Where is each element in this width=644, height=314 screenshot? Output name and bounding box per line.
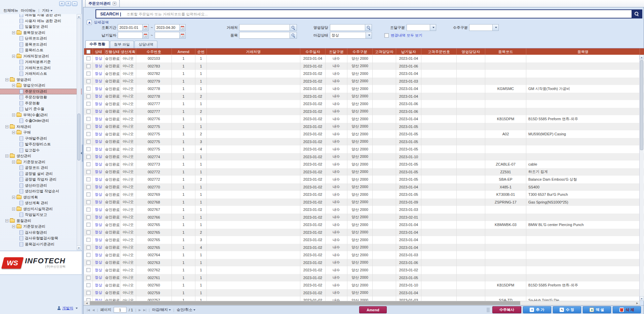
tree-item[interactable]: 작업일지보고: [0, 212, 82, 218]
order-class-select[interactable]: [469, 24, 499, 31]
row-checkbox[interactable]: [86, 132, 90, 136]
row-checkbox[interactable]: [86, 147, 90, 151]
tree-item[interactable]: 공정코드 관리: [0, 165, 82, 171]
grid-hscrollbar-thumb[interactable]: [90, 301, 520, 305]
delete-button[interactable]: 삭 제: [613, 306, 641, 313]
calendar-button[interactable]: [179, 25, 185, 31]
table-row[interactable]: 정상승인완료아니오002778112023-01-02내수양산 20002023…: [84, 85, 644, 93]
row-checkbox[interactable]: [86, 125, 90, 129]
table-row[interactable]: 정상승인완료아니오002764112023-01-02내수양산 20002023…: [84, 251, 644, 259]
tree-item[interactable]: 생산라인별 작업순서: [0, 188, 82, 194]
tree-item[interactable]: 영업오더관리: [0, 83, 82, 89]
expand-all-button[interactable]: +: [66, 1, 71, 6]
table-row[interactable]: 정상승인완료아니오002772122023-01-02내수양산 20002023…: [84, 176, 644, 183]
grid-vertical-scrollbar[interactable]: ▲ ▼: [639, 55, 644, 301]
due-to-input[interactable]: [155, 32, 179, 38]
tree-collapse-icon[interactable]: [12, 161, 15, 164]
row-checkbox[interactable]: [86, 208, 90, 212]
tree-item[interactable]: 거래처리스트: [0, 71, 82, 77]
tree-item[interactable]: 공정별 설비 관리: [0, 171, 82, 177]
row-checkbox[interactable]: [86, 253, 90, 257]
customer-lookup-button[interactable]: [290, 25, 297, 31]
detail-search-toggle[interactable]: [87, 20, 92, 25]
item-input[interactable]: [239, 32, 290, 38]
tree-collapse-icon[interactable]: [5, 125, 8, 128]
sales-input[interactable]: [330, 25, 365, 31]
prev-page-button[interactable]: ◀: [92, 308, 94, 312]
column-header[interactable]: Amend: [172, 48, 195, 55]
tree-item[interactable]: 거래처분류기준: [0, 59, 82, 65]
grid-horizontal-scrollbar[interactable]: ◀ ▶: [84, 301, 640, 305]
row-checkbox[interactable]: [86, 283, 90, 287]
column-header[interactable]: 납기일자: [396, 48, 421, 55]
content-tab[interactable]: 첨부 파일: [110, 41, 134, 48]
row-checkbox[interactable]: [86, 223, 90, 227]
tree-item[interactable]: 주문오더관리: [0, 89, 82, 95]
menu-etc[interactable]: 기타: [42, 8, 52, 13]
table-row[interactable]: 정상승인완료아니오002759112023-01-02내수양산 20002023…: [84, 289, 644, 297]
tree-item[interactable]: 거래처코드관리: [0, 65, 82, 71]
table-row[interactable]: 정상승인완료아니오002767112023-01-02내수양산 20002023…: [84, 206, 644, 214]
tree-item[interactable]: 검사유형별검사항목: [0, 235, 82, 241]
tree-item[interactable]: 자재관리: [0, 124, 82, 130]
tree-collapse-icon[interactable]: [12, 131, 15, 134]
row-checkbox[interactable]: [86, 87, 90, 91]
row-checkbox[interactable]: [86, 109, 90, 114]
tree-item[interactable]: 발주잔량리스트: [0, 141, 82, 147]
tree-item[interactable]: 생산계획 관리: [0, 200, 82, 206]
table-row[interactable]: 정상승인완료아니오002763112023-01-02내수양산 20002023…: [84, 259, 644, 267]
tree-item[interactable]: 사용자 메뉴 권한 관리: [0, 18, 82, 24]
column-header[interactable]: 고객담당자: [373, 48, 396, 55]
menu-all[interactable]: 전체메뉴: [3, 8, 18, 13]
last-page-button[interactable]: ▶|: [143, 308, 146, 312]
row-checkbox[interactable]: [86, 170, 90, 174]
table-row[interactable]: 정상승인완료아니오002777112023-01-02내수양산 20002023…: [84, 100, 644, 108]
tree-item[interactable]: 품목리스트: [0, 47, 82, 53]
scroll-up-icon[interactable]: ▲: [77, 14, 81, 19]
period-from-input[interactable]: [118, 25, 142, 31]
scroll-down-icon[interactable]: ▼: [77, 245, 81, 250]
table-row[interactable]: 정상승인완료아니오002772112023-01-02내수양산 20002023…: [84, 168, 644, 176]
tree-collapse-icon[interactable]: [5, 78, 8, 81]
period-to-input[interactable]: [155, 25, 179, 31]
table-row[interactable]: 정상승인완료아니오002765142023-01-02내수양산 20002023…: [84, 244, 644, 252]
row-checkbox[interactable]: [86, 177, 90, 181]
column-header[interactable]: 수주구분: [347, 48, 373, 55]
column-header[interactable]: 상태: [93, 48, 105, 55]
table-row[interactable]: 정상승인완료아니오002761112023-01-02내수양산 20002023…: [84, 274, 644, 282]
row-checkbox[interactable]: [86, 291, 90, 295]
table-row[interactable]: 정상승인완료아니오002782112023-01-02내수양산 20002023…: [84, 70, 644, 78]
approve-cancel-menu[interactable]: 승인/취소: [177, 307, 195, 312]
row-checkbox[interactable]: [86, 140, 90, 144]
column-header[interactable]: 품목코드: [485, 48, 526, 55]
dropdown-button[interactable]: [430, 25, 436, 31]
tab-close-icon[interactable]: ✕: [113, 2, 116, 5]
table-row[interactable]: 정상승인완료아니오002775112023-01-02내수양산 20002023…: [84, 123, 644, 131]
tree-item[interactable]: 납기 준수율: [0, 106, 82, 112]
column-header[interactable]: 진행상태: [105, 48, 120, 55]
tree-item[interactable]: 생산라인관리: [0, 183, 82, 189]
table-row[interactable]: 정상승인완료아니오002103112023-01-04내수양산 20002023…: [84, 55, 644, 62]
tree-item[interactable]: 품질관리: [0, 218, 82, 224]
table-row[interactable]: 정상승인완료아니오002765122023-01-02내수양산 20002023…: [84, 229, 644, 236]
tree-item[interactable]: 메뉴별 사용 권한 관리: [0, 14, 82, 18]
tree-item[interactable]: 품목코드관리: [0, 42, 82, 48]
search-input[interactable]: [124, 10, 632, 18]
row-checkbox[interactable]: [86, 298, 90, 301]
tree-item[interactable]: 구매발주관리: [0, 136, 82, 142]
due-from-input[interactable]: [118, 32, 142, 38]
tree-item[interactable]: 구매: [0, 130, 82, 136]
table-row[interactable]: 정상승인완료아니오002757112023-01-02내수양산 20002023…: [84, 297, 644, 301]
sales-lookup-button[interactable]: [365, 25, 372, 31]
row-checkbox[interactable]: [86, 94, 90, 98]
tree-collapse-icon[interactable]: [5, 154, 8, 158]
table-row[interactable]: 정상승인완료아니오002766112023-01-02내수양산 20002023…: [84, 214, 644, 221]
tree-item[interactable]: 생산계획: [0, 194, 82, 200]
row-checkbox[interactable]: [86, 155, 90, 159]
table-row[interactable]: 정상승인완료아니오002777122023-01-02내수양산 20002023…: [84, 108, 644, 116]
tree-collapse-icon[interactable]: [12, 114, 15, 117]
table-row[interactable]: 정상승인완료아니오002765112023-01-02내수양산 20002023…: [84, 221, 644, 229]
column-header[interactable]: 수주일자: [300, 48, 326, 55]
search-button[interactable]: [632, 10, 642, 18]
tree-scrollbar-thumb[interactable]: [77, 114, 80, 161]
